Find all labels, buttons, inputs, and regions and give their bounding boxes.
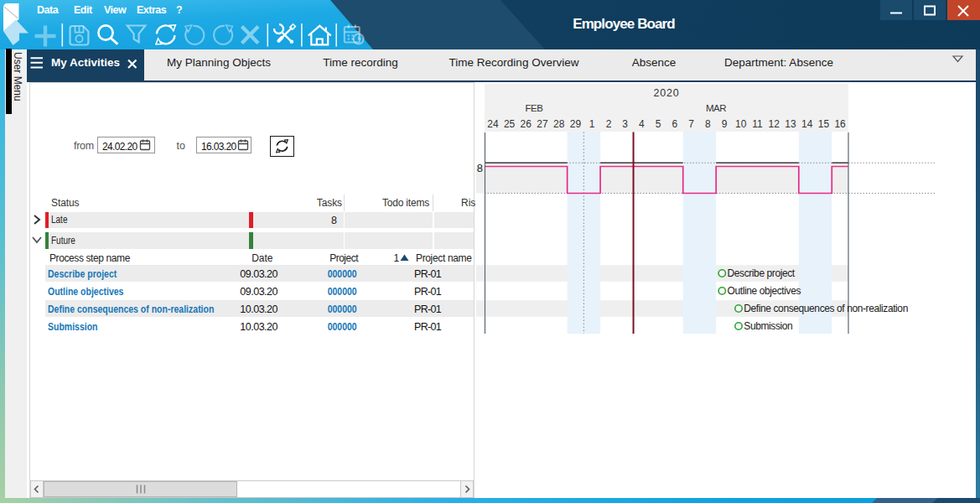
svg-text:27: 27 (537, 118, 548, 130)
svg-text:2020: 2020 (653, 87, 679, 99)
svg-text:7: 7 (688, 118, 694, 130)
svg-text:14: 14 (801, 118, 813, 130)
svg-text:16: 16 (834, 118, 846, 130)
svg-text:9: 9 (722, 118, 728, 130)
svg-text:26: 26 (521, 118, 532, 130)
svg-text:3: 3 (622, 118, 628, 130)
svg-text:10: 10 (735, 118, 747, 130)
svg-text:8: 8 (705, 118, 711, 130)
svg-text:15: 15 (818, 118, 830, 130)
svg-text:5: 5 (656, 118, 661, 130)
svg-text:13: 13 (785, 118, 796, 130)
svg-text:FEB: FEB (526, 103, 544, 113)
svg-text:Submission: Submission (744, 320, 792, 332)
svg-text:Define consequences of non-rea: Define consequences of non-realization (744, 303, 908, 314)
svg-text:29: 29 (570, 118, 582, 130)
svg-text:25: 25 (504, 118, 516, 130)
svg-text:1: 1 (589, 118, 595, 130)
svg-text:28: 28 (553, 118, 565, 130)
svg-text:12: 12 (769, 118, 780, 130)
svg-text:MAR: MAR (706, 103, 726, 113)
svg-text:Outline objectives: Outline objectives (728, 285, 801, 297)
svg-text:4: 4 (639, 118, 645, 130)
svg-text:24: 24 (487, 118, 499, 130)
svg-text:2: 2 (606, 118, 612, 130)
svg-text:8: 8 (477, 162, 483, 174)
svg-text:11: 11 (752, 118, 763, 130)
svg-text:Describe project: Describe project (728, 267, 796, 279)
svg-text:6: 6 (672, 118, 678, 130)
